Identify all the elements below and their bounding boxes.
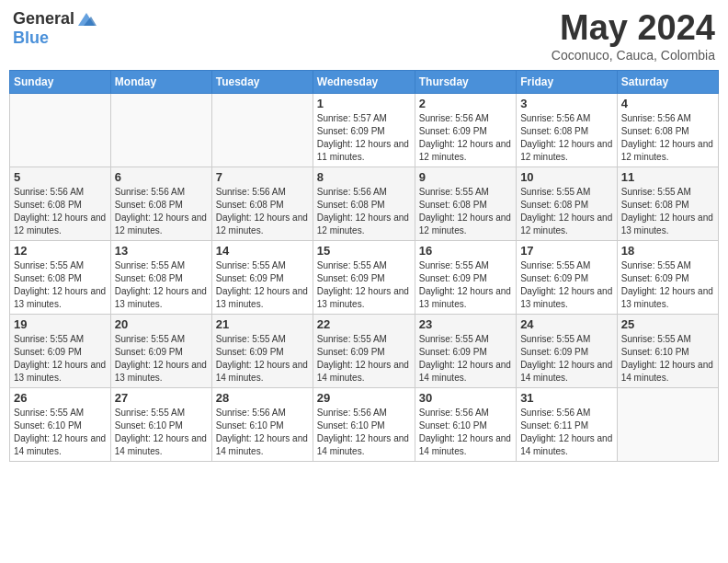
- day-info: Sunrise: 5:55 AM Sunset: 6:09 PM Dayligh…: [216, 259, 309, 311]
- month-title: May 2024: [552, 9, 715, 48]
- calendar-cell: 6Sunrise: 5:56 AM Sunset: 6:08 PM Daylig…: [110, 167, 211, 240]
- day-number: 25: [621, 317, 714, 331]
- day-info: Sunrise: 5:55 AM Sunset: 6:09 PM Dayligh…: [621, 259, 714, 311]
- day-number: 6: [115, 170, 208, 184]
- day-number: 16: [419, 244, 512, 258]
- day-info: Sunrise: 5:56 AM Sunset: 6:11 PM Dayligh…: [520, 407, 613, 458]
- header-thursday: Thursday: [415, 70, 516, 93]
- week-row-5: 26Sunrise: 5:55 AM Sunset: 6:10 PM Dayli…: [10, 387, 719, 461]
- day-number: 8: [317, 170, 411, 184]
- day-number: 26: [14, 391, 107, 405]
- calendar-cell: 7Sunrise: 5:56 AM Sunset: 6:08 PM Daylig…: [211, 167, 313, 240]
- calendar-table: Sunday Monday Tuesday Wednesday Thursday…: [9, 70, 719, 462]
- day-info: Sunrise: 5:56 AM Sunset: 6:09 PM Dayligh…: [419, 112, 512, 164]
- week-row-2: 5Sunrise: 5:56 AM Sunset: 6:08 PM Daylig…: [10, 167, 719, 240]
- week-row-3: 12Sunrise: 5:55 AM Sunset: 6:08 PM Dayli…: [10, 240, 719, 314]
- calendar-cell: 29Sunrise: 5:56 AM Sunset: 6:10 PM Dayli…: [313, 387, 415, 461]
- calendar-cell: 23Sunrise: 5:55 AM Sunset: 6:09 PM Dayli…: [415, 314, 516, 387]
- logo-general-text: General: [13, 9, 74, 29]
- calendar-cell: 17Sunrise: 5:55 AM Sunset: 6:09 PM Dayli…: [517, 240, 618, 314]
- calendar-cell: 21Sunrise: 5:55 AM Sunset: 6:09 PM Dayli…: [211, 314, 313, 387]
- day-number: 23: [419, 317, 512, 331]
- day-number: 5: [14, 170, 107, 184]
- calendar-cell: 30Sunrise: 5:56 AM Sunset: 6:10 PM Dayli…: [415, 387, 516, 461]
- day-number: 29: [317, 391, 411, 405]
- day-number: 20: [115, 317, 208, 331]
- day-info: Sunrise: 5:56 AM Sunset: 6:10 PM Dayligh…: [216, 407, 309, 458]
- day-info: Sunrise: 5:56 AM Sunset: 6:08 PM Dayligh…: [14, 186, 107, 237]
- header-monday: Monday: [110, 70, 211, 93]
- calendar-cell: 11Sunrise: 5:55 AM Sunset: 6:08 PM Dayli…: [617, 167, 718, 240]
- logo-icon: [76, 11, 97, 28]
- calendar-cell: 20Sunrise: 5:55 AM Sunset: 6:09 PM Dayli…: [110, 314, 211, 387]
- day-info: Sunrise: 5:55 AM Sunset: 6:08 PM Dayligh…: [520, 186, 613, 237]
- calendar-cell: [10, 93, 111, 167]
- day-number: 1: [317, 97, 411, 110]
- header-sunday: Sunday: [10, 70, 111, 93]
- calendar-cell: 22Sunrise: 5:55 AM Sunset: 6:09 PM Dayli…: [313, 314, 415, 387]
- day-number: 27: [115, 391, 208, 405]
- day-info: Sunrise: 5:55 AM Sunset: 6:09 PM Dayligh…: [520, 259, 613, 311]
- day-number: 19: [14, 317, 107, 331]
- calendar-cell: 25Sunrise: 5:55 AM Sunset: 6:10 PM Dayli…: [617, 314, 718, 387]
- day-info: Sunrise: 5:55 AM Sunset: 6:09 PM Dayligh…: [419, 333, 512, 385]
- calendar-cell: [617, 387, 718, 461]
- week-row-1: 1Sunrise: 5:57 AM Sunset: 6:09 PM Daylig…: [10, 93, 719, 167]
- day-number: 9: [419, 170, 512, 184]
- day-info: Sunrise: 5:56 AM Sunset: 6:08 PM Dayligh…: [317, 186, 411, 237]
- week-row-4: 19Sunrise: 5:55 AM Sunset: 6:09 PM Dayli…: [10, 314, 719, 387]
- calendar-cell: 4Sunrise: 5:56 AM Sunset: 6:08 PM Daylig…: [617, 93, 718, 167]
- day-info: Sunrise: 5:56 AM Sunset: 6:08 PM Dayligh…: [520, 112, 613, 164]
- header-tuesday: Tuesday: [211, 70, 313, 93]
- calendar-cell: 10Sunrise: 5:55 AM Sunset: 6:08 PM Dayli…: [517, 167, 618, 240]
- calendar-cell: [211, 93, 313, 167]
- day-number: 7: [216, 170, 309, 184]
- day-info: Sunrise: 5:56 AM Sunset: 6:10 PM Dayligh…: [317, 407, 411, 458]
- day-number: 30: [419, 391, 512, 405]
- day-info: Sunrise: 5:55 AM Sunset: 6:09 PM Dayligh…: [317, 333, 411, 385]
- day-info: Sunrise: 5:55 AM Sunset: 6:09 PM Dayligh…: [317, 259, 411, 311]
- day-info: Sunrise: 5:55 AM Sunset: 6:08 PM Dayligh…: [419, 186, 512, 237]
- day-info: Sunrise: 5:57 AM Sunset: 6:09 PM Dayligh…: [317, 112, 411, 164]
- day-number: 17: [520, 244, 613, 258]
- calendar-cell: 28Sunrise: 5:56 AM Sunset: 6:10 PM Dayli…: [211, 387, 313, 461]
- day-number: 21: [216, 317, 309, 331]
- day-number: 3: [520, 97, 613, 110]
- day-info: Sunrise: 5:55 AM Sunset: 6:09 PM Dayligh…: [419, 259, 512, 311]
- day-info: Sunrise: 5:55 AM Sunset: 6:09 PM Dayligh…: [14, 333, 107, 385]
- day-number: 14: [216, 244, 309, 258]
- day-info: Sunrise: 5:55 AM Sunset: 6:08 PM Dayligh…: [14, 259, 107, 311]
- day-info: Sunrise: 5:56 AM Sunset: 6:08 PM Dayligh…: [216, 186, 309, 237]
- calendar-cell: 3Sunrise: 5:56 AM Sunset: 6:08 PM Daylig…: [517, 93, 618, 167]
- calendar-cell: 26Sunrise: 5:55 AM Sunset: 6:10 PM Dayli…: [10, 387, 111, 461]
- day-number: 24: [520, 317, 613, 331]
- calendar-cell: 15Sunrise: 5:55 AM Sunset: 6:09 PM Dayli…: [313, 240, 415, 314]
- title-section: May 2024 Coconuco, Cauca, Colombia: [552, 9, 715, 63]
- day-info: Sunrise: 5:55 AM Sunset: 6:09 PM Dayligh…: [520, 333, 613, 385]
- header-saturday: Saturday: [617, 70, 718, 93]
- day-info: Sunrise: 5:55 AM Sunset: 6:09 PM Dayligh…: [216, 333, 309, 385]
- day-number: 31: [520, 391, 613, 405]
- calendar-cell: 13Sunrise: 5:55 AM Sunset: 6:08 PM Dayli…: [110, 240, 211, 314]
- day-number: 28: [216, 391, 309, 405]
- header: General Blue May 2024 Coconuco, Cauca, C…: [9, 9, 719, 63]
- calendar-cell: 1Sunrise: 5:57 AM Sunset: 6:09 PM Daylig…: [313, 93, 415, 167]
- weekday-header-row: Sunday Monday Tuesday Wednesday Thursday…: [10, 70, 719, 93]
- day-number: 13: [115, 244, 208, 258]
- day-info: Sunrise: 5:56 AM Sunset: 6:08 PM Dayligh…: [621, 112, 714, 164]
- day-number: 18: [621, 244, 714, 258]
- page: General Blue May 2024 Coconuco, Cauca, C…: [0, 0, 728, 563]
- day-info: Sunrise: 5:55 AM Sunset: 6:08 PM Dayligh…: [621, 186, 714, 237]
- day-number: 22: [317, 317, 411, 331]
- header-wednesday: Wednesday: [313, 70, 415, 93]
- day-number: 11: [621, 170, 714, 184]
- calendar-cell: 5Sunrise: 5:56 AM Sunset: 6:08 PM Daylig…: [10, 167, 111, 240]
- day-info: Sunrise: 5:56 AM Sunset: 6:10 PM Dayligh…: [419, 407, 512, 458]
- calendar-cell: 2Sunrise: 5:56 AM Sunset: 6:09 PM Daylig…: [415, 93, 516, 167]
- calendar-cell: 27Sunrise: 5:55 AM Sunset: 6:10 PM Dayli…: [110, 387, 211, 461]
- calendar-cell: 8Sunrise: 5:56 AM Sunset: 6:08 PM Daylig…: [313, 167, 415, 240]
- logo-blue-text: Blue: [13, 29, 49, 47]
- day-number: 4: [621, 97, 714, 110]
- day-number: 15: [317, 244, 411, 258]
- day-number: 2: [419, 97, 512, 110]
